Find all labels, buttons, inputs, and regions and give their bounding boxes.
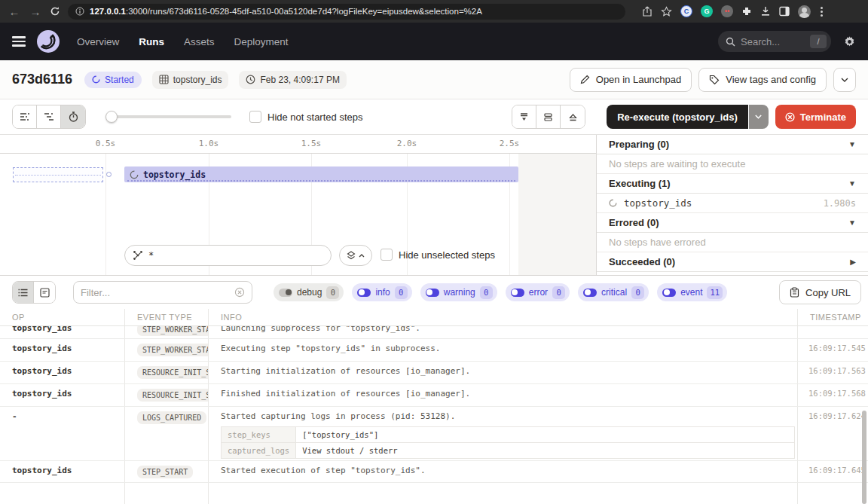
step-status-panel: Preparing (0) ▼ No steps are waiting to … — [597, 135, 868, 275]
level-toggle-error[interactable]: error 0 — [506, 283, 570, 301]
toggle-icon — [279, 289, 292, 297]
gantt-toolbar: Hide not started steps Re-execute (topst… — [0, 99, 868, 134]
hide-not-started-checkbox[interactable] — [249, 111, 261, 123]
hide-unselected-checkbox-row[interactable]: Hide unselected steps — [381, 249, 495, 261]
browser-menu-icon[interactable] — [819, 5, 824, 18]
log-structured-view-button[interactable] — [34, 282, 55, 303]
event-type-badge: STEP_WORKER_STARTI… — [137, 326, 208, 336]
view-stdout-stderr-link[interactable]: View stdout / stderr — [296, 443, 795, 459]
toggle-icon — [511, 289, 524, 297]
axis-tick: 2.5s — [493, 139, 526, 148]
graph-query-toggle-button[interactable] — [339, 245, 372, 266]
dagster-logo[interactable] — [36, 29, 60, 53]
op-selector-value[interactable] — [148, 250, 323, 261]
gantt-footer: Hide unselected steps — [0, 245, 596, 267]
errored-empty-text: No steps have errored — [597, 233, 868, 252]
log-row[interactable]: topstory_ids STEP_START Started executio… — [0, 461, 868, 483]
bookmark-star-icon[interactable] — [661, 6, 672, 17]
run-actions-chevron-button[interactable] — [833, 68, 856, 92]
timestamp-cell: 16:09:17.563 — [797, 362, 868, 383]
nav-link-runs[interactable]: Runs — [139, 36, 164, 47]
section-errored[interactable]: Errored (0) ▼ — [597, 213, 868, 233]
level-label: event — [680, 287, 702, 298]
section-preparing[interactable]: Preparing (0) ▼ — [597, 135, 868, 154]
gantt-zoom-slider[interactable] — [105, 111, 231, 123]
hide-not-started-checkbox-row[interactable]: Hide not started steps — [249, 111, 362, 123]
address-bar[interactable]: 127.0.0.1:3000/runs/673d6116-0528-45df-a… — [68, 4, 625, 20]
global-search[interactable]: Search... / — [718, 31, 831, 52]
event-type-badge: LOGS_CAPTURED — [137, 411, 206, 424]
search-shortcut-key: / — [810, 35, 827, 48]
browser-forward-icon[interactable]: → — [29, 5, 42, 18]
re-execute-button[interactable]: Re-execute (topstory_ids) — [607, 105, 748, 129]
job-tag[interactable]: topstory_ids — [152, 71, 229, 89]
log-filter-field[interactable] — [73, 281, 252, 304]
nav-menu-icon[interactable] — [12, 36, 26, 47]
caret-down-icon: ▼ — [848, 179, 856, 188]
toggle-icon — [583, 289, 597, 297]
side-panel-icon[interactable] — [779, 6, 790, 17]
waterfall-mode-button[interactable] — [37, 105, 61, 128]
spinner-icon — [130, 170, 139, 179]
downloads-icon[interactable] — [760, 6, 771, 17]
level-toggle-info[interactable]: info 0 — [352, 283, 411, 301]
log-row[interactable]: topstory_ids STEP_WORKER_STARTED Executi… — [0, 339, 868, 362]
timed-mode-button[interactable] — [61, 105, 85, 128]
hide-unselected-checkbox[interactable] — [381, 249, 393, 261]
gantt-connector-dot — [106, 172, 112, 177]
nav-link-deployment[interactable]: Deployment — [234, 36, 289, 47]
nav-link-assets[interactable]: Assets — [184, 36, 215, 47]
axis-tick: 0.5s — [89, 139, 122, 148]
expand-panel-button[interactable] — [561, 105, 585, 128]
browser-reload-icon[interactable] — [50, 6, 60, 17]
info-cell: Launching subprocess for "topstory_ids". — [208, 326, 797, 339]
re-execute-group: Re-execute (topstory_ids) — [607, 105, 769, 129]
executing-step-row[interactable]: topstory_ids 1.980s — [597, 194, 868, 213]
profile-avatar[interactable] — [798, 5, 811, 18]
re-execute-dropdown-button[interactable] — [749, 105, 769, 129]
level-count: 0 — [552, 286, 565, 299]
search-placeholder: Search... — [741, 36, 805, 47]
extensions-puzzle-icon[interactable] — [741, 6, 752, 17]
flat-graph-mode-button[interactable] — [13, 105, 37, 128]
extension-icon-2[interactable]: •• — [721, 5, 733, 17]
log-list-view-button[interactable] — [13, 282, 34, 303]
log-row-clipped[interactable]: topstory_ids STEP_WORKER_STARTI… Launchi… — [0, 326, 868, 339]
section-succeeded[interactable]: Succeeded (0) ▶ — [597, 252, 868, 272]
level-count: 0 — [326, 286, 339, 299]
nav-link-overview[interactable]: Overview — [77, 36, 119, 47]
extension-grammarly-icon[interactable]: G — [701, 5, 713, 17]
split-panel-button[interactable] — [536, 105, 561, 128]
collapse-panel-button[interactable] — [512, 105, 536, 128]
section-executing[interactable]: Executing (1) ▼ — [597, 174, 868, 194]
view-tags-config-button[interactable]: View tags and config — [698, 68, 827, 92]
site-info-icon[interactable] — [75, 7, 84, 16]
share-icon[interactable] — [642, 6, 653, 17]
terminate-button[interactable]: Terminate — [775, 105, 856, 129]
level-toggle-warning[interactable]: warning 0 — [420, 283, 497, 301]
dagster-run-page: ← → 127.0.0.1:3000/runs/673d6116-0528-45… — [0, 0, 868, 504]
log-filter-input[interactable] — [81, 287, 230, 298]
log-row-logs-captured[interactable]: - LOGS_CAPTURED Started capturing logs i… — [0, 407, 868, 461]
level-toggle-event[interactable]: event 11 — [657, 283, 727, 301]
open-in-launchpad-button[interactable]: Open in Launchpad — [570, 68, 692, 92]
level-toggle-debug[interactable]: debug 0 — [274, 283, 344, 301]
job-grid-icon — [159, 75, 169, 84]
slider-knob[interactable] — [105, 111, 118, 123]
settings-gear-icon[interactable] — [843, 35, 856, 48]
panel-layout-segment — [512, 105, 585, 129]
log-row[interactable]: topstory_ids RESOURCE_INIT_STAR… Startin… — [0, 362, 868, 384]
op-selector-input[interactable] — [124, 245, 332, 266]
copy-url-button[interactable]: Copy URL — [779, 280, 861, 304]
log-row[interactable]: topstory_ids RESOURCE_INIT_SUCC… Finishe… — [0, 384, 868, 407]
metadata-key: captured_logs — [222, 443, 296, 459]
log-table-header: OP EVENT TYPE INFO TIMESTAMP — [0, 309, 868, 326]
caret-down-icon: ▼ — [848, 218, 856, 227]
browser-back-icon[interactable]: ← — [8, 5, 21, 18]
clear-filter-icon[interactable] — [234, 287, 245, 298]
extension-icon-1[interactable]: C — [680, 5, 692, 17]
gantt-step-bar[interactable]: topstory_ids — [124, 166, 518, 182]
scrollbar-thumb[interactable] — [862, 411, 866, 504]
log-level-filters: debug 0 info 0 warning 0 error 0 critica… — [274, 283, 727, 301]
level-toggle-critical[interactable]: critical 0 — [578, 283, 649, 301]
